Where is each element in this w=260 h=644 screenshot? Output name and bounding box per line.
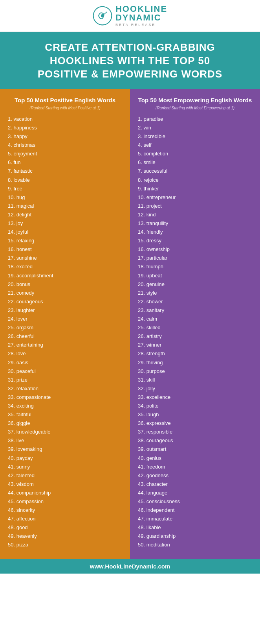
positive-word-list: 1. vacation2. happiness3. happy4. christ… [6, 115, 124, 550]
list-item: 27. entertaining [6, 341, 124, 349]
list-item: 6. smile [136, 158, 254, 167]
list-item: 34. polite [136, 402, 254, 410]
positive-column: Top 50 Most Positive English Words (Rank… [0, 89, 130, 559]
footer-url-suffix: .com [156, 563, 170, 570]
list-item: 18. excited [6, 262, 124, 271]
empowering-col-subtitle: (Ranked Starting with Most Empowering at… [136, 106, 254, 110]
list-item: 10. hug [6, 193, 124, 202]
list-item: 2. win [136, 124, 254, 132]
list-item: 43. character [136, 480, 254, 489]
list-item: 30. peaceful [6, 367, 124, 376]
logo-line2: DYNAMIC [115, 13, 161, 22]
header: HOOKLINE DYNAMIC BETA RELEASE [0, 0, 260, 32]
list-item: 41. sunny [6, 463, 124, 471]
list-item: 5. enjoyment [6, 149, 124, 158]
list-item: 19. upbeat [136, 271, 254, 280]
list-item: 11. project [136, 202, 254, 210]
list-item: 17. particular [136, 254, 254, 262]
list-item: 42. talented [6, 471, 124, 480]
list-item: 46. independent [136, 506, 254, 515]
list-item: 20. genuine [136, 280, 254, 289]
list-item: 9. free [6, 185, 124, 193]
footer-url-prefix: www. [90, 563, 105, 570]
list-item: 39. lovemaking [6, 445, 124, 454]
list-item: 3. incredible [136, 132, 254, 141]
list-item: 28. love [6, 349, 124, 358]
list-item: 24. calm [136, 315, 254, 323]
footer: www.HookLineDynamic.com [0, 559, 260, 574]
list-item: 39. outsmart [136, 445, 254, 454]
list-item: 44. language [136, 489, 254, 497]
list-item: 11. magical [6, 202, 124, 210]
list-item: 15. relaxing [6, 236, 124, 245]
list-item: 23. sanitary [136, 306, 254, 315]
positive-col-subtitle: (Ranked Starting with Most Positive at 1… [6, 106, 124, 110]
list-item: 38. courageous [136, 436, 254, 445]
list-item: 45. compassion [6, 497, 124, 506]
empowering-word-list: 1. paradise2. win3. incredible4. self5. … [136, 115, 254, 550]
list-item: 49. heavenly [6, 532, 124, 541]
list-item: 45. consciousness [136, 497, 254, 506]
list-item: 44. companionship [6, 489, 124, 497]
svg-point-1 [101, 14, 104, 17]
empowering-col-title: Top 50 Most Empowering English Words [136, 96, 254, 104]
list-item: 35. laugh [136, 410, 254, 419]
list-item: 48. likable [136, 523, 254, 532]
positive-col-title: Top 50 Most Positive English Words [6, 96, 124, 104]
list-item: 40. payday [6, 454, 124, 463]
list-item: 12. delight [6, 210, 124, 219]
list-item: 7. fantastic [6, 167, 124, 175]
logo-text-block: HOOKLINE DYNAMIC BETA RELEASE [115, 5, 167, 27]
list-item: 47. immaculate [136, 515, 254, 523]
list-item: 29. thriving [136, 358, 254, 367]
svg-line-2 [104, 12, 107, 15]
list-item: 18. triumph [136, 262, 254, 271]
list-item: 21. comedy [6, 289, 124, 297]
hookline-logo-icon [93, 6, 112, 26]
logo-main: HOOKLINE DYNAMIC [115, 5, 167, 22]
list-item: 14. joyful [6, 228, 124, 236]
list-item: 14. friendly [136, 228, 254, 236]
list-item: 20. bonus [6, 280, 124, 289]
list-item: 37. responsible [136, 428, 254, 436]
list-item: 7. successful [136, 167, 254, 175]
list-item: 28. strength [136, 349, 254, 358]
list-item: 1. vacation [6, 115, 124, 124]
list-item: 37. knowledgeable [6, 428, 124, 436]
list-item: 35. faithful [6, 410, 124, 419]
list-item: 4. christmas [6, 141, 124, 149]
list-item: 23. laughter [6, 306, 124, 315]
footer-url: www.HookLineDynamic.com [4, 563, 256, 570]
list-item: 16. ownership [136, 245, 254, 254]
list-item: 33. compassionate [6, 393, 124, 402]
list-item: 13. tranquility [136, 219, 254, 228]
logo-container: HOOKLINE DYNAMIC BETA RELEASE [93, 5, 167, 27]
footer-url-brand: HookLineDynamic [105, 563, 156, 570]
list-item: 47. affection [6, 515, 124, 523]
list-item: 27. winner [136, 341, 254, 349]
list-item: 25. skilled [136, 323, 254, 332]
list-item: 38. live [6, 436, 124, 445]
list-item: 5. completion [136, 149, 254, 158]
logo-beta: BETA RELEASE [115, 23, 156, 27]
list-item: 50. meditation [136, 541, 254, 549]
list-item: 49. guardianship [136, 532, 254, 541]
list-item: 6. fun [6, 158, 124, 167]
list-item: 50. pizza [6, 541, 124, 549]
list-item: 13. joy [6, 219, 124, 228]
list-item: 46. sincerity [6, 506, 124, 515]
list-item: 10. entrepreneur [136, 193, 254, 202]
list-item: 22. courageous [6, 297, 124, 306]
list-item: 24. lover [6, 315, 124, 323]
list-item: 25. orgasm [6, 323, 124, 332]
list-item: 2. happiness [6, 124, 124, 132]
list-item: 19. accomplishment [6, 271, 124, 280]
list-item: 40. genius [136, 454, 254, 463]
list-item: 8. rejoice [136, 176, 254, 185]
list-item: 33. excellence [136, 393, 254, 402]
list-item: 36. expressive [136, 419, 254, 428]
list-item: 3. happy [6, 132, 124, 141]
list-item: 31. prize [6, 376, 124, 384]
list-item: 29. oasis [6, 358, 124, 367]
list-item: 17. sunshine [6, 254, 124, 262]
